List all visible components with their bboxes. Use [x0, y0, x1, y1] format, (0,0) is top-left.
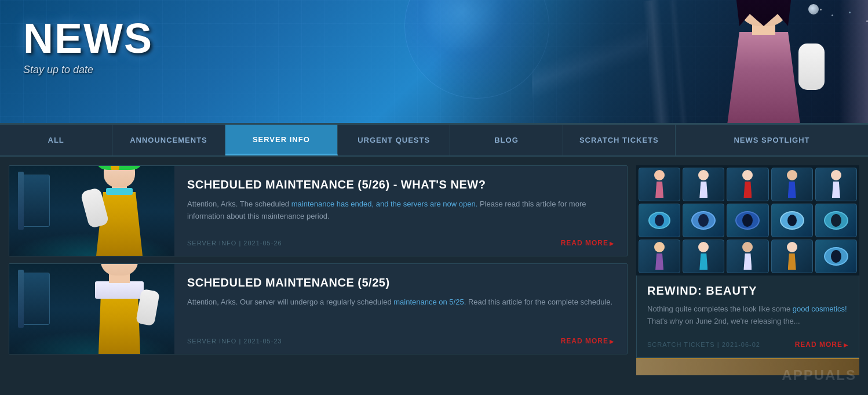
- mini-char-13: [739, 242, 756, 271]
- mini-body-4: [788, 182, 796, 198]
- big-eye-pupil-4: [787, 215, 797, 226]
- thumb-door-2: [21, 273, 50, 325]
- mini-char-5: [827, 170, 845, 199]
- mini-body-14: [788, 253, 796, 270]
- mini-head-1: [654, 170, 665, 180]
- excerpt-highlight-2: maintenance on 5/25.: [393, 298, 466, 306]
- char-cell-6: [639, 204, 680, 237]
- thumb-head-2: [101, 264, 138, 276]
- thumb-door-1: [21, 175, 50, 227]
- news-category-1: SERVER INFO: [187, 240, 236, 247]
- char-cell-8: [727, 204, 768, 237]
- big-eye-pupil-2: [698, 214, 709, 227]
- news-column: SCHEDULED MAINTENANCE (5/26) - WHAT'S NE…: [9, 165, 628, 375]
- news-body-1: SCHEDULED MAINTENANCE (5/26) - WHAT'S NE…: [174, 166, 627, 256]
- char-outfit: [723, 32, 804, 125]
- spotlight-excerpt: Nothing quite completes the look like so…: [647, 303, 848, 328]
- mini-head-3: [742, 170, 753, 180]
- tab-announcements[interactable]: ANNOUNCEMENTS: [112, 125, 225, 155]
- hero-banner: NEWS Stay up to date: [0, 0, 868, 125]
- char-cell-10: [815, 204, 857, 237]
- tab-scratch-tickets[interactable]: SCRATCH TICKETS: [563, 125, 676, 155]
- mini-char-2: [695, 170, 712, 199]
- news-card-1: SCHEDULED MAINTENANCE (5/26) - WHAT'S NE…: [9, 165, 628, 256]
- thumb-door-frame-2: [18, 270, 24, 328]
- mini-head-2: [698, 170, 709, 180]
- main-content: SCHEDULED MAINTENANCE (5/26) - WHAT'S NE…: [0, 157, 868, 384]
- mini-body-12: [699, 253, 707, 270]
- tab-blog[interactable]: BLOG: [450, 125, 563, 155]
- big-eye-3: [735, 211, 760, 230]
- news-category-2: SERVER INFO: [187, 338, 236, 345]
- tab-news-spotlight[interactable]: NEWS SPOTLIGHT: [676, 125, 868, 155]
- nav-tabs: ALL ANNOUNCEMENTS SERVER INFO URGENT QUE…: [0, 125, 868, 157]
- excerpt-highlight-1: maintenance has ended, and the servers a…: [291, 200, 478, 208]
- big-eye-4: [780, 211, 804, 230]
- char-cell-4: [771, 168, 813, 201]
- spotlight-category: SCRATCH TICKETS: [647, 341, 715, 348]
- tab-all[interactable]: ALL: [0, 125, 112, 155]
- news-excerpt-1: Attention, Arks. The scheduled maintenan…: [187, 198, 614, 230]
- thumb-char-2: [79, 264, 160, 354]
- mini-char-4: [783, 170, 801, 199]
- mini-body-1: [655, 182, 663, 198]
- excerpt-after-2: Read this article for the complete sched…: [466, 298, 612, 306]
- tab-server-info[interactable]: SERVER INFO: [225, 125, 338, 155]
- read-more-2[interactable]: READ MORE: [561, 337, 614, 345]
- mini-char-11: [651, 242, 668, 271]
- char-cell-13: [727, 240, 768, 273]
- mini-body-13: [743, 253, 752, 270]
- news-meta-2: SERVER INFO | 2021-05-23: [187, 338, 282, 345]
- spotlight-bottom-strip: [636, 358, 859, 375]
- big-eye-5: [824, 211, 848, 230]
- news-excerpt-2: Attention, Arks. Our server will undergo…: [187, 296, 614, 328]
- hero-char-silhouette: [700, 0, 827, 125]
- char-cell-7: [683, 204, 724, 237]
- news-thumb-1: [9, 166, 174, 256]
- mini-head-5: [831, 170, 841, 180]
- mini-head-13: [742, 242, 753, 252]
- spotlight-column: REWIND: BEAUTY Nothing quite completes t…: [636, 165, 859, 375]
- mini-char-1: [651, 170, 668, 199]
- spotlight-info: REWIND: BEAUTY Nothing quite completes t…: [636, 276, 859, 358]
- news-card-2: SCHEDULED MAINTENANCE (5/25) Attention, …: [9, 263, 628, 354]
- thumb-hair-tip-1: [111, 166, 119, 170]
- big-eye-pupil-3: [742, 214, 753, 227]
- spotlight-sep: |: [717, 341, 722, 348]
- news-date-1: 2021-05-26: [243, 240, 282, 247]
- news-footer-2: SERVER INFO | 2021-05-23 READ MORE: [187, 337, 614, 345]
- mini-char-3: [739, 170, 756, 199]
- mini-char-12: [695, 242, 712, 271]
- spotlight-excerpt-after: That's why on June 2nd, we're releasing …: [647, 317, 800, 325]
- mini-head-14: [787, 242, 797, 252]
- spotlight-image: [636, 165, 859, 276]
- big-eye-1: [648, 212, 670, 229]
- spotlight-meta: SCRATCH TICKETS | 2021-06-02: [647, 341, 760, 348]
- read-more-1[interactable]: READ MORE: [561, 239, 614, 247]
- char-cell-15: [815, 240, 857, 273]
- hero-title: NEWS: [23, 17, 153, 59]
- char-grid: [636, 165, 859, 276]
- char-cell-11: [639, 240, 680, 273]
- char-cell-14: [771, 240, 813, 273]
- thumb-char-1: [82, 166, 157, 256]
- mini-head-12: [698, 242, 709, 252]
- thumb-collar-1: [106, 188, 133, 195]
- thumb-hair-1: [98, 166, 141, 170]
- mini-char-14: [783, 242, 801, 271]
- char-cell-2: [683, 168, 724, 201]
- news-title-2[interactable]: SCHEDULED MAINTENANCE (5/25): [187, 276, 614, 289]
- news-title-1[interactable]: SCHEDULED MAINTENANCE (5/26) - WHAT'S NE…: [187, 177, 614, 191]
- spotlight-title: REWIND: BEAUTY: [647, 284, 848, 298]
- spotlight-read-more[interactable]: READ MORE: [795, 340, 848, 349]
- char-arm-right: [798, 44, 825, 90]
- thumb-top-2: [95, 281, 144, 299]
- thumb-door-frame-1: [18, 172, 24, 230]
- mini-body-11: [655, 253, 663, 270]
- tab-urgent-quests[interactable]: URGENT QUESTS: [338, 125, 450, 155]
- hero-character-area: [433, 0, 868, 125]
- big-eye-2: [691, 211, 716, 230]
- big-eye-6: [824, 247, 848, 266]
- mini-body-5: [832, 182, 840, 198]
- news-thumb-2: [9, 264, 174, 354]
